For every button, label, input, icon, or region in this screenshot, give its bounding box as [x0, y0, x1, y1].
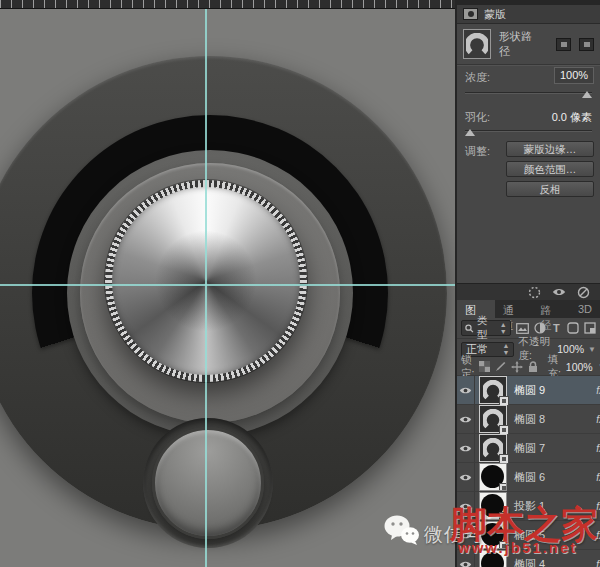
masks-panel-header[interactable]: 蒙版 [457, 5, 600, 24]
chevron-updown-icon: ▲▼ [502, 342, 509, 356]
fill-value[interactable]: 100% [566, 361, 593, 373]
layer-thumbnail[interactable] [480, 464, 506, 490]
feather-value-field[interactable]: 0.0 像素 [552, 110, 592, 125]
lock-pixels-brush-icon[interactable] [495, 361, 506, 373]
visibility-eye-icon[interactable] [457, 463, 475, 491]
chevron-updown-icon: ▲▼ [500, 321, 507, 335]
mask-edge-button[interactable]: 蒙版边缘… [506, 141, 594, 157]
blend-mode-row: 正常 ▲▼ 不透明度: 100% ▼ [457, 340, 600, 358]
feather-slider[interactable] [465, 130, 592, 132]
mask-icon [463, 8, 478, 20]
panel-column: 蒙版 形状路径 浓度: 100% 羽化: 0.0 像素 [455, 0, 600, 567]
smart-object-filter-icon[interactable] [584, 321, 596, 335]
layer-name[interactable]: 椭圆 8 [514, 412, 545, 427]
density-slider-handle[interactable] [582, 91, 592, 98]
tab-channels[interactable]: 通道 [495, 300, 533, 318]
apply-mask-icon[interactable] [577, 286, 590, 299]
add-vector-mask-icon[interactable] [579, 38, 594, 51]
top-ruler [0, 0, 455, 9]
arc-shape-icon [466, 33, 488, 55]
filter-kind-label: 类型 [477, 314, 497, 342]
fx-badge[interactable]: fx [596, 385, 600, 396]
invert-button[interactable]: 反相 [506, 181, 594, 197]
divider [457, 64, 600, 65]
color-range-button[interactable]: 颜色范围… [506, 161, 594, 177]
type-layer-filter-icon[interactable]: T [551, 321, 562, 335]
document-canvas[interactable] [0, 0, 455, 567]
layer-name[interactable]: 椭圆 9 [514, 383, 545, 398]
site-url-watermark: www.jb51.net [458, 539, 577, 556]
layer-row-ellipse-6[interactable]: 椭圆 6 fx [457, 463, 600, 492]
feather-slider-handle[interactable] [465, 129, 475, 136]
tab-3d[interactable]: 3D [570, 300, 600, 318]
layer-row-ellipse-7[interactable]: 椭圆 7 fx [457, 434, 600, 463]
density-label: 浓度: [465, 70, 490, 85]
disable-mask-eye-icon[interactable] [552, 287, 566, 297]
horizontal-guide[interactable] [0, 284, 455, 286]
visibility-eye-icon[interactable] [457, 405, 475, 433]
shape-layer-filter-icon[interactable] [567, 321, 579, 335]
layer-thumbnail[interactable] [480, 435, 506, 461]
filter-kind-dropdown[interactable]: 类型 ▲▼ [461, 320, 511, 336]
lock-position-move-icon[interactable] [511, 361, 523, 373]
fx-badge[interactable]: fx [596, 472, 600, 483]
watermark: 微信号 脚本之家 www.jb51.net [384, 498, 600, 564]
fx-badge[interactable]: fx [596, 414, 600, 425]
masks-panel: 蒙版 形状路径 浓度: 100% 羽化: 0.0 像素 [457, 0, 600, 300]
search-icon [465, 324, 474, 333]
lock-all-padlock-icon[interactable] [528, 361, 538, 373]
vector-mask-badge-icon [499, 483, 506, 490]
feather-label: 羽化: [465, 110, 490, 125]
fx-badge[interactable]: fx [596, 443, 600, 454]
mask-type-row: 形状路径 [463, 28, 594, 60]
mask-thumbnail[interactable] [463, 29, 491, 59]
load-selection-icon[interactable] [528, 286, 541, 299]
layer-row-ellipse-9[interactable]: 椭圆 9 fx [457, 376, 600, 405]
chevron-down-icon[interactable]: ▼ [588, 345, 596, 354]
visibility-eye-icon[interactable] [457, 376, 475, 404]
masks-panel-title: 蒙版 [484, 7, 506, 22]
tab-paths[interactable]: 路径 [532, 300, 570, 318]
density-value-field[interactable]: 100% [554, 67, 594, 84]
layer-thumbnail[interactable] [480, 377, 506, 403]
mask-type-label: 形状路径 [499, 29, 540, 59]
layer-thumbnail[interactable] [480, 406, 506, 432]
photoshop-window: 蒙版 形状路径 浓度: 100% 羽化: 0.0 像素 [0, 0, 600, 567]
layer-row-ellipse-8[interactable]: 椭圆 8 fx [457, 405, 600, 434]
masks-panel-footer [457, 283, 600, 300]
add-pixel-mask-icon[interactable] [556, 38, 571, 51]
pixel-layer-filter-icon[interactable] [516, 321, 529, 335]
small-round-button [152, 427, 264, 539]
lock-row: 锁定: 填充: 100% ▼ [457, 358, 600, 376]
wechat-icon [384, 514, 420, 546]
layer-name[interactable]: 椭圆 6 [514, 470, 545, 485]
refine-label: 调整: [465, 144, 490, 159]
opacity-value[interactable]: 100% [557, 343, 584, 355]
lock-transparency-icon[interactable] [479, 361, 490, 373]
vertical-guide[interactable] [205, 9, 207, 567]
layer-name[interactable]: 椭圆 7 [514, 441, 545, 456]
visibility-eye-icon[interactable] [457, 434, 475, 462]
density-slider[interactable] [465, 92, 592, 94]
adjustment-layer-filter-icon[interactable] [534, 321, 546, 335]
